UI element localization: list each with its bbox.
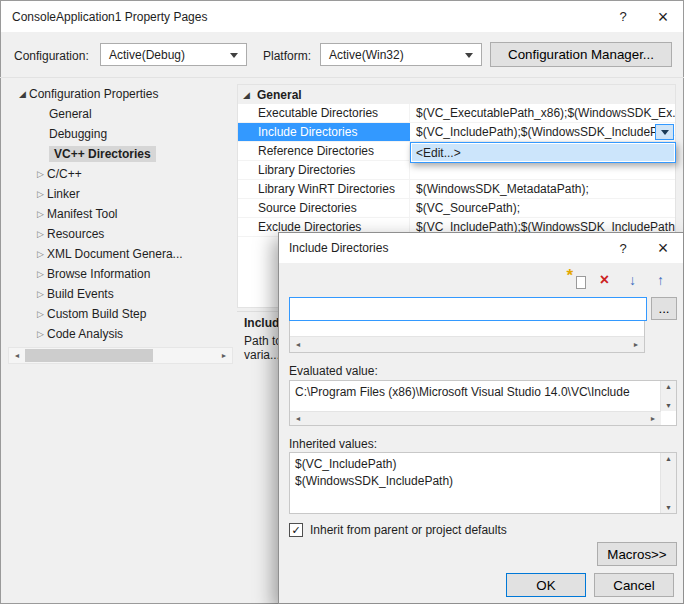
property-row-include-directories[interactable]: Include Directories $(VC_IncludePath);$(… (238, 123, 675, 142)
inherited-vertical-scrollbar[interactable]: ▲ ▼ (660, 453, 676, 513)
directory-input[interactable] (289, 297, 647, 321)
expander-expanded-icon[interactable]: ◢ (16, 89, 29, 99)
expander-collapsed-icon[interactable]: ▷ (34, 289, 47, 299)
scrollbar-thumb[interactable] (25, 349, 153, 362)
tree-item-label-selected: VC++ Directories (49, 146, 156, 162)
tree-item-linker[interactable]: ▷ Linker (8, 184, 233, 204)
value-dropdown-button[interactable] (655, 124, 674, 140)
property-value[interactable] (410, 161, 675, 179)
move-up-button[interactable]: ↑ (648, 269, 673, 291)
scroll-left-icon[interactable]: ◄ (290, 341, 306, 348)
scroll-right-icon[interactable]: ► (628, 341, 644, 348)
property-name[interactable]: Executable Directories (238, 104, 410, 122)
evaluated-value-box: C:\Program Files (x86)\Microsoft Visual … (289, 380, 677, 426)
tree-item-label: XML Document Genera... (47, 247, 183, 261)
expander-collapsed-icon[interactable]: ▷ (34, 229, 47, 239)
expander-collapsed-icon[interactable]: ▷ (34, 209, 47, 219)
scroll-right-icon[interactable]: ► (645, 415, 661, 422)
tree-item-custom-build-step[interactable]: ▷ Custom Build Step (8, 304, 233, 324)
page-shape (576, 276, 586, 289)
tree-item-resources[interactable]: ▷ Resources (8, 224, 233, 244)
main-titlebar[interactable]: ConsoleApplication1 Property Pages ? × (1, 1, 683, 32)
inherit-checkbox-row[interactable]: ✓ Inherit from parent or project default… (289, 523, 507, 537)
property-value[interactable]: $(WindowsSDK_MetadataPath); (410, 180, 675, 198)
expander-collapsed-icon[interactable]: ▷ (34, 269, 47, 279)
cancel-button[interactable]: Cancel (594, 573, 674, 597)
tree-horizontal-scrollbar[interactable]: ◄ ► (8, 347, 233, 364)
expander-collapsed-icon[interactable]: ▷ (34, 249, 47, 259)
scroll-up-icon[interactable]: ▲ (661, 455, 676, 462)
inherit-checkbox[interactable]: ✓ (289, 523, 303, 537)
arrow-down-icon: ↓ (629, 272, 636, 288)
property-row-executable-directories[interactable]: Executable Directories $(VC_ExecutablePa… (238, 104, 675, 123)
tree-item-xml-document-generator[interactable]: ▷ XML Document Genera... (8, 244, 233, 264)
evaluated-value-label: Evaluated value: (289, 364, 378, 378)
property-value-editor[interactable]: $(VC_IncludePath);$(WindowsSDK_IncludePa… (410, 123, 675, 141)
property-value[interactable]: $(VC_ExecutablePath_x86);$(WindowsSDK_Ex… (410, 104, 675, 122)
evaluated-vertical-scrollbar[interactable]: ▲ ▼ (660, 381, 676, 411)
tree-root-configuration-properties[interactable]: ◢ Configuration Properties (8, 84, 233, 104)
tree-item-label: Build Events (47, 287, 114, 301)
expander-collapsed-icon[interactable]: ▷ (34, 189, 47, 199)
configuration-combobox[interactable]: Active(Debug) (100, 43, 247, 66)
property-name-selected[interactable]: Include Directories (238, 123, 410, 141)
grid-group-header-general[interactable]: ◢ General (238, 85, 675, 104)
expander-expanded-icon[interactable]: ◢ (243, 90, 257, 100)
tree-item-general[interactable]: General (8, 104, 233, 124)
configuration-manager-button[interactable]: Configuration Manager... (490, 42, 672, 67)
property-row-library-directories[interactable]: Library Directories (238, 161, 675, 180)
property-row-library-winrt-directories[interactable]: Library WinRT Directories $(WindowsSDK_M… (238, 180, 675, 199)
tree-item-debugging[interactable]: Debugging (8, 124, 233, 144)
ok-button[interactable]: OK (506, 573, 586, 597)
list-horizontal-scrollbar[interactable]: ◄ ► (290, 336, 644, 352)
scroll-right-icon[interactable]: ► (216, 352, 232, 359)
platform-label: Platform: (263, 49, 311, 63)
property-value-text: $(VC_IncludePath);$(WindowsSDK_IncludePa… (416, 125, 675, 139)
property-name[interactable]: Source Directories (238, 199, 410, 217)
directory-list[interactable]: ◄ ► (289, 297, 645, 353)
scroll-left-icon[interactable]: ◄ (290, 415, 306, 422)
property-name[interactable]: Reference Directories (238, 142, 410, 160)
scroll-up-icon[interactable]: ▲ (661, 383, 676, 390)
expander-collapsed-icon[interactable]: ▷ (34, 169, 47, 179)
edit-help-button[interactable]: ? (603, 233, 643, 263)
property-name[interactable]: Library WinRT Directories (238, 180, 410, 198)
tree-item-browse-information[interactable]: ▷ Browse Information (8, 264, 233, 284)
grid-group-label: General (257, 88, 302, 102)
dropdown-item-edit[interactable]: <Edit...> (412, 144, 674, 161)
browse-button[interactable]: ... (651, 297, 677, 320)
property-value[interactable]: $(VC_SourcePath); (410, 199, 675, 217)
main-help-button[interactable]: ? (603, 1, 643, 32)
inherited-values-label: Inherited values: (289, 437, 377, 451)
scroll-down-icon[interactable]: ▼ (661, 402, 676, 409)
tree-item-build-events[interactable]: ▷ Build Events (8, 284, 233, 304)
platform-combobox[interactable]: Active(Win32) (320, 43, 482, 66)
inherit-checkbox-label: Inherit from parent or project defaults (310, 523, 507, 537)
tree-item-vc-directories[interactable]: VC++ Directories (8, 144, 233, 164)
tree-root-label: Configuration Properties (29, 87, 158, 101)
scroll-down-icon[interactable]: ▼ (661, 504, 676, 511)
main-close-button[interactable]: × (643, 1, 683, 32)
property-row-source-directories[interactable]: Source Directories $(VC_SourcePath); (238, 199, 675, 218)
tree-item-manifest-tool[interactable]: ▷ Manifest Tool (8, 204, 233, 224)
evaluated-horizontal-scrollbar[interactable]: ◄ ► (290, 411, 661, 425)
tree-item-label: General (49, 107, 92, 121)
tree-item-c-cpp[interactable]: ▷ C/C++ (8, 164, 233, 184)
move-down-button[interactable]: ↓ (620, 269, 645, 291)
expander-collapsed-icon[interactable]: ▷ (34, 329, 47, 339)
edit-close-button[interactable]: × (643, 233, 683, 263)
platform-combobox-value: Active(Win32) (329, 48, 404, 62)
property-name[interactable]: Library Directories (238, 161, 410, 179)
macros-button[interactable]: Macros>> (597, 542, 677, 566)
screen: ConsoleApplication1 Property Pages ? × C… (0, 0, 684, 604)
new-line-button[interactable]: * (564, 269, 589, 291)
edit-titlebar[interactable]: Include Directories ? × (279, 233, 683, 263)
tree-item-label: Manifest Tool (47, 207, 117, 221)
delete-line-button[interactable]: × (592, 269, 617, 291)
tree-item-label: Browse Information (47, 267, 150, 281)
separator (0, 77, 684, 78)
expander-collapsed-icon[interactable]: ▷ (34, 309, 47, 319)
tree-item-code-analysis[interactable]: ▷ Code Analysis (8, 324, 233, 344)
inherited-values-box: $(VC_IncludePath) $(WindowsSDK_IncludePa… (289, 452, 677, 514)
scroll-left-icon[interactable]: ◄ (9, 352, 25, 359)
